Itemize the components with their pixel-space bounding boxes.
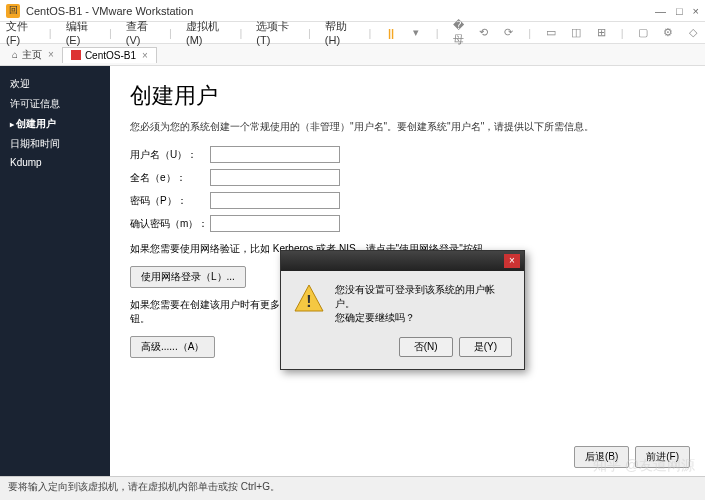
row-confirm: 确认密码（m）： bbox=[130, 215, 685, 232]
input-fullname[interactable] bbox=[210, 169, 340, 186]
row-fullname: 全名（e）： bbox=[130, 169, 685, 186]
window-title: CentOS-B1 - VMware Workstation bbox=[26, 5, 655, 17]
devices-icon[interactable]: ◇ bbox=[688, 26, 699, 40]
dialog-close-icon[interactable]: × bbox=[504, 254, 520, 268]
back-button[interactable]: 后退(B) bbox=[574, 446, 629, 468]
pause-icon[interactable]: || bbox=[385, 26, 396, 40]
snapshot-revert-icon[interactable]: ⟳ bbox=[503, 26, 514, 40]
page-title: 创建用户 bbox=[130, 81, 685, 111]
input-password[interactable] bbox=[210, 192, 340, 209]
tab-bar: ⌂ 主页 × CentOS-B1 × bbox=[0, 44, 705, 66]
menu-tabs[interactable]: 选项卡(T) bbox=[256, 19, 294, 46]
fullscreen-icon[interactable]: ▭ bbox=[545, 26, 556, 40]
menu-help[interactable]: 帮助(H) bbox=[325, 19, 355, 46]
sidebar-item-welcome[interactable]: 欢迎 bbox=[0, 74, 110, 94]
menu-view[interactable]: 查看(V) bbox=[126, 19, 155, 46]
dialog-body: ! 您没有设置可登录到该系统的用户帐户。 您确定要继续吗？ bbox=[281, 271, 524, 337]
tab-vm-label: CentOS-B1 bbox=[85, 50, 136, 61]
sidebar-item-create-user[interactable]: 创建用户 bbox=[0, 114, 110, 134]
tab-home-close-icon[interactable]: × bbox=[48, 49, 54, 60]
menu-bar: 文件(F) | 编辑(E) | 查看(V) | 虚拟机(M) | 选项卡(T) … bbox=[0, 22, 705, 44]
label-fullname: 全名（e）： bbox=[130, 171, 210, 185]
input-confirm[interactable] bbox=[210, 215, 340, 232]
vm-icon bbox=[71, 50, 81, 60]
stretch-icon[interactable]: ▢ bbox=[638, 26, 649, 40]
dialog-buttons: 否(N) 是(Y) bbox=[281, 337, 524, 369]
page-description: 您必须为您的系统创建一个常规使用的（非管理）"用户名"。要创建系统"用户名"，请… bbox=[130, 119, 685, 134]
snapshot-manage-icon[interactable]: ⟲ bbox=[478, 26, 489, 40]
home-icon: ⌂ bbox=[12, 49, 18, 60]
confirm-dialog: × ! 您没有设置可登录到该系统的用户帐户。 您确定要继续吗？ 否(N) 是(Y… bbox=[280, 250, 525, 370]
menu-file[interactable]: 文件(F) bbox=[6, 19, 35, 46]
status-text: 要将输入定向到该虚拟机，请在虚拟机内部单击或按 Ctrl+G。 bbox=[8, 480, 280, 494]
network-login-button[interactable]: 使用网络登录（L）... bbox=[130, 266, 246, 288]
row-password: 密码（P）： bbox=[130, 192, 685, 209]
dialog-titlebar: × bbox=[281, 251, 524, 271]
label-confirm: 确认密码（m）： bbox=[130, 217, 210, 231]
label-password: 密码（P）： bbox=[130, 194, 210, 208]
window-controls: — □ × bbox=[655, 5, 699, 17]
row-username: 用户名（U）： bbox=[130, 146, 685, 163]
sidebar-item-kdump[interactable]: Kdump bbox=[0, 154, 110, 171]
dialog-yes-button[interactable]: 是(Y) bbox=[459, 337, 512, 357]
tab-vm-close-icon[interactable]: × bbox=[142, 50, 148, 61]
wizard-footer: 后退(B) 前进(F) bbox=[574, 446, 690, 468]
menu-vm[interactable]: 虚拟机(M) bbox=[186, 19, 226, 46]
label-username: 用户名（U）： bbox=[130, 148, 210, 162]
dialog-no-button[interactable]: 否(N) bbox=[399, 337, 453, 357]
warning-icon: ! bbox=[293, 283, 325, 315]
tab-vm[interactable]: CentOS-B1 × bbox=[62, 47, 157, 63]
snapshot-icon[interactable]: �母 bbox=[453, 26, 464, 40]
menu-edit[interactable]: 编辑(E) bbox=[66, 19, 95, 46]
tab-home[interactable]: ⌂ 主页 × bbox=[4, 46, 62, 64]
advanced-button[interactable]: 高级......（A） bbox=[130, 336, 215, 358]
forward-button[interactable]: 前进(F) bbox=[635, 446, 690, 468]
status-bar: 要将输入定向到该虚拟机，请在虚拟机内部单击或按 Ctrl+G。 bbox=[0, 476, 705, 496]
tab-home-label: 主页 bbox=[22, 48, 42, 62]
tools-icon[interactable]: ⚙ bbox=[663, 26, 674, 40]
library-icon[interactable]: ⊞ bbox=[595, 26, 606, 40]
minimize-button[interactable]: — bbox=[655, 5, 666, 17]
sidebar-item-datetime[interactable]: 日期和时间 bbox=[0, 134, 110, 154]
close-button[interactable]: × bbox=[693, 5, 699, 17]
setup-sidebar: 欢迎 许可证信息 创建用户 日期和时间 Kdump bbox=[0, 66, 110, 476]
dialog-message: 您没有设置可登录到该系统的用户帐户。 您确定要继续吗？ bbox=[335, 283, 512, 325]
input-username[interactable] bbox=[210, 146, 340, 163]
maximize-button[interactable]: □ bbox=[676, 5, 683, 17]
unity-icon[interactable]: ◫ bbox=[570, 26, 581, 40]
dropdown-icon[interactable]: ▾ bbox=[411, 26, 422, 40]
svg-text:!: ! bbox=[306, 293, 311, 310]
sidebar-item-license[interactable]: 许可证信息 bbox=[0, 94, 110, 114]
vmware-logo-icon: 回 bbox=[6, 4, 20, 18]
